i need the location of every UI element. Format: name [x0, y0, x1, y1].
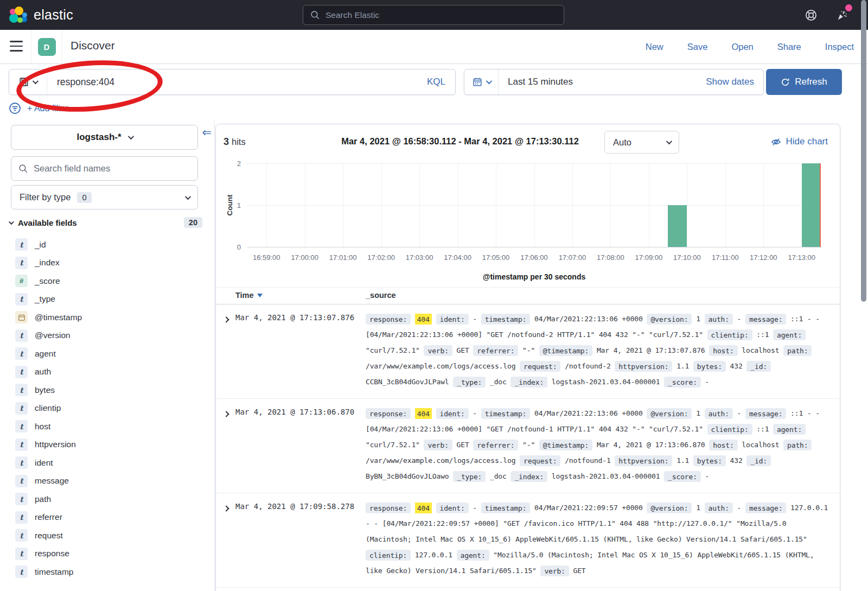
filter-icon[interactable]	[9, 102, 21, 115]
field-badge: httpversion:	[615, 455, 672, 466]
field-badge: clientip:	[366, 550, 411, 561]
x-tick-label: 17:09:00	[635, 253, 663, 262]
field-item-timestamp[interactable]: @timestamp	[15, 308, 210, 327]
field-item-agent[interactable]: tagent	[15, 345, 210, 363]
field-name: _type	[35, 294, 55, 304]
field-item-id[interactable]: t_id	[15, 236, 210, 254]
field-badge: message:	[745, 503, 786, 513]
field-badge: verb:	[424, 440, 452, 450]
field-name: host	[35, 422, 50, 431]
notification-dot	[845, 4, 852, 11]
field-name: @version	[35, 331, 71, 340]
string-field-icon: t	[15, 257, 28, 269]
app-tab[interactable]: D	[31, 30, 62, 63]
scrollbar-thumb[interactable]	[861, 0, 866, 302]
field-item-message[interactable]: tmessage	[15, 472, 210, 491]
field-badge: agent:	[773, 329, 806, 340]
menu-icon[interactable]	[10, 41, 23, 52]
interval-select[interactable]: Auto	[604, 131, 679, 154]
calendar-menu-button[interactable]	[464, 69, 499, 94]
highlighted-value: 404	[415, 503, 432, 513]
field-name: request	[35, 531, 63, 541]
refresh-icon	[781, 78, 790, 87]
field-badge: bytes:	[693, 455, 726, 466]
histogram-bar-17:09:30[interactable]	[668, 205, 687, 247]
nav-action-open[interactable]: Open	[731, 42, 753, 52]
expand-row-icon[interactable]	[224, 409, 228, 418]
nav-action-inspect[interactable]: Inspect	[825, 42, 854, 52]
histogram-bar-17:13:00[interactable]	[802, 163, 821, 247]
field-item-index[interactable]: t_index	[15, 254, 210, 272]
field-item-score[interactable]: #_score	[15, 272, 210, 290]
field-item-request[interactable]: trequest	[15, 526, 210, 545]
filter-by-type-select[interactable]: Filter by type 0	[11, 185, 198, 209]
hide-chart-button[interactable]: Hide chart	[771, 136, 828, 147]
field-badge: referrer:	[473, 345, 518, 356]
field-item-response[interactable]: tresponse	[15, 545, 210, 563]
string-field-icon: t	[15, 529, 28, 542]
field-search-input[interactable]	[34, 163, 190, 174]
refresh-button[interactable]: Refresh	[766, 69, 842, 95]
field-badge: request:	[520, 361, 560, 372]
show-dates-button[interactable]: Show dates	[706, 77, 763, 87]
time-column-header[interactable]: Time	[235, 291, 263, 300]
source-column-header: _source	[366, 291, 396, 300]
nav-action-save[interactable]: Save	[687, 42, 708, 52]
string-field-icon: t	[15, 238, 28, 251]
field-badge: timestamp:	[481, 408, 531, 419]
string-field-icon: t	[15, 548, 28, 560]
filter-type-count-badge: 0	[77, 192, 91, 203]
time-range-value[interactable]: Last 15 minutes	[499, 77, 573, 87]
add-filter-button[interactable]: + Add filter	[27, 104, 68, 113]
field-item-referrer[interactable]: treferrer	[15, 509, 210, 527]
row-source: response: 404 ident: - timestamp: 04/Mar…	[366, 405, 830, 484]
available-fields-header[interactable]: Available fields 20	[9, 217, 202, 228]
field-badge: auth:	[705, 503, 733, 513]
expand-row-icon[interactable]	[224, 314, 228, 324]
field-item-version[interactable]: t@version	[15, 327, 210, 345]
field-badge: @timestamp:	[539, 345, 592, 356]
global-search-input[interactable]: Search Elastic	[303, 5, 564, 25]
query-language-button[interactable]: KQL	[427, 77, 455, 87]
saved-query-menu-button[interactable]	[9, 69, 47, 94]
query-input[interactable]	[47, 77, 427, 88]
elastic-logo[interactable]: elastic	[9, 6, 73, 24]
search-icon	[310, 10, 320, 20]
help-icon[interactable]	[805, 9, 817, 21]
chevron-down-icon	[666, 138, 672, 144]
field-item-auth[interactable]: tauth	[15, 363, 210, 382]
chevron-down-icon	[127, 134, 133, 139]
field-badge: response:	[366, 314, 411, 325]
field-name: clientip	[35, 403, 61, 413]
nav-action-share[interactable]: Share	[777, 42, 801, 52]
field-badge: @version:	[647, 408, 692, 419]
histogram-chart[interactable]: Count @timestamp per 30 seconds 16:59:00…	[247, 163, 821, 247]
field-item-clientip[interactable]: tclientip	[15, 399, 210, 418]
nav-action-new[interactable]: New	[646, 42, 663, 52]
field-list: t_idt_index#_scoret_type@timestampt@vers…	[15, 236, 210, 581]
field-name: _index	[35, 258, 60, 268]
field-badge: ident:	[436, 503, 469, 513]
field-item-timestamp[interactable]: ttimestamp	[15, 563, 210, 581]
field-name: response	[35, 549, 69, 558]
y-tick-label: 2	[237, 160, 241, 168]
x-tick-label: 17:03:00	[406, 253, 433, 262]
hits-count: 3hits	[224, 136, 246, 148]
field-item-httpversion[interactable]: thttpversion	[15, 436, 210, 454]
field-badge: @version:	[647, 314, 692, 325]
field-item-host[interactable]: thost	[15, 417, 210, 436]
brand-wordmark: elastic	[34, 7, 73, 23]
news-feed-icon[interactable]	[835, 9, 848, 22]
gridline	[247, 205, 821, 206]
field-item-ident[interactable]: tident	[15, 454, 210, 472]
field-badge: clientip:	[707, 329, 752, 340]
field-item-bytes[interactable]: tbytes	[15, 381, 210, 399]
collapse-sidebar-icon[interactable]: ⇐	[202, 126, 212, 139]
field-item-path[interactable]: tpath	[15, 490, 210, 509]
page-title: Discover	[71, 39, 115, 52]
field-item-type[interactable]: t_type	[15, 290, 210, 309]
x-tick-label: 16:59:00	[253, 253, 280, 262]
index-pattern-select[interactable]: logstash-*	[11, 125, 198, 150]
expand-row-icon[interactable]	[224, 503, 228, 513]
table-row: Mar 4, 2021 @ 17:09:58.278response: 404 …	[216, 493, 840, 588]
